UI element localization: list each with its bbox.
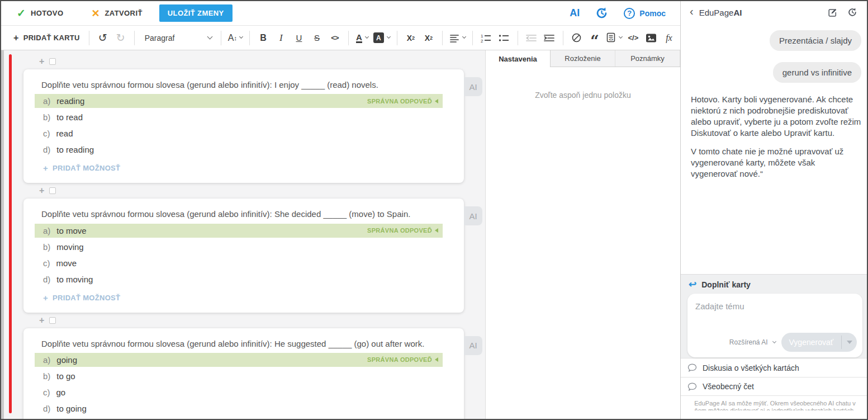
generate-button[interactable]: Vygenerovať xyxy=(781,333,841,352)
question-text[interactable]: Doplňte vetu správnou formou slovesa (ge… xyxy=(41,209,443,220)
save-changes-button[interactable]: ULOŽIŤ ZMENY xyxy=(159,4,233,22)
back-chevron-icon[interactable]: ‹ xyxy=(686,5,697,18)
answer-option[interactable]: d)to moving xyxy=(35,272,443,286)
select-card-checkbox[interactable] xyxy=(49,58,56,65)
topic-controls: Rozšírená AI Vygenerovať xyxy=(729,333,857,352)
selection-indicator-bar xyxy=(9,54,12,413)
tab-poznámky[interactable]: Poznámky xyxy=(615,50,680,67)
general-chat-button[interactable]: Všeobecný čet xyxy=(681,377,868,396)
answer-option[interactable]: c)go xyxy=(35,385,443,399)
done-button[interactable]: ✓ HOTOVO xyxy=(17,7,63,20)
superscript-icon[interactable]: X2 xyxy=(402,29,420,48)
add-option-button[interactable]: +PRIDAŤ MOŽNOSŤ xyxy=(43,293,443,303)
left-scrollbar[interactable] xyxy=(1,50,4,420)
question-card[interactable]: AIDoplňte vetu správnou formou slovesa (… xyxy=(23,199,464,312)
blockquote-icon[interactable]: “ xyxy=(586,32,604,51)
add-card-here-icon[interactable]: + xyxy=(39,317,44,324)
paragraph-style-dropdown[interactable]: Paragraf xyxy=(139,29,216,48)
history-icon[interactable] xyxy=(595,7,608,20)
chat-history-icon[interactable] xyxy=(847,7,857,17)
close-label: ZATVORIŤ xyxy=(105,9,143,17)
correct-answer-label: SPRÁVNA ODPOVEĎ xyxy=(367,227,432,234)
close-button[interactable]: ✕ ZATVORIŤ xyxy=(91,7,142,20)
strikethrough-icon[interactable]: S xyxy=(308,29,326,48)
discuss-all-cards-button[interactable]: Diskusia o všetkých kartách xyxy=(681,358,868,377)
edupage-ai-panel: ‹ EduPageAI » Prezentácia / slajdygerund… xyxy=(680,1,868,420)
answer-option[interactable]: c)read xyxy=(35,126,443,140)
option-text: to go xyxy=(56,371,75,381)
plus-icon: + xyxy=(13,33,19,43)
option-letter: b) xyxy=(43,371,50,381)
question-card[interactable]: AIDoplňte vetu správnou formou slovesa (… xyxy=(23,328,464,420)
generate-split-button[interactable]: Vygenerovať xyxy=(781,333,857,352)
svg-text:1: 1 xyxy=(481,34,483,39)
highlight-color-icon[interactable]: A xyxy=(371,29,392,48)
svg-text:<>: <> xyxy=(609,37,613,41)
correct-answer-badge: SPRÁVNA ODPOVEĎ xyxy=(367,98,438,105)
ai-panel-header: ‹ EduPageAI » xyxy=(681,1,868,23)
italic-icon[interactable]: I xyxy=(272,29,290,48)
font-size-icon[interactable]: A↕ xyxy=(226,29,245,48)
add-card-button[interactable]: + PRIDAŤ KARTU xyxy=(9,33,84,43)
add-option-button[interactable]: +PRIDAŤ MOŽNOSŤ xyxy=(43,163,443,173)
option-text: to move xyxy=(56,226,86,235)
align-icon[interactable] xyxy=(447,29,468,48)
code-block-icon[interactable]: </> xyxy=(624,29,642,48)
question-card[interactable]: AIDoplňte vetu správnou formou slovesa (… xyxy=(23,69,464,183)
question-text[interactable]: Doplňte vetu správnou formou slovesa (ge… xyxy=(41,338,443,350)
answer-option[interactable]: c)move xyxy=(35,256,443,270)
option-letter: c) xyxy=(43,129,50,138)
answer-option[interactable]: b)to go xyxy=(35,369,443,383)
topic-input[interactable]: Zadajte tému Rozšírená AI Vygenerovať xyxy=(687,294,862,357)
answer-option[interactable]: a)goingSPRÁVNA ODPOVEĎ xyxy=(35,353,443,367)
answer-option[interactable]: b)to read xyxy=(35,110,443,124)
link-icon[interactable] xyxy=(568,29,586,48)
settings-empty-text: Zvoľte aspoň jednu položku xyxy=(486,91,680,100)
generate-options-caret[interactable] xyxy=(842,333,857,352)
divider xyxy=(563,31,563,45)
toolbar-right: AI ? Pomoc xyxy=(570,7,680,20)
ai-toggle-button[interactable]: AI xyxy=(570,7,580,19)
option-text: reading xyxy=(56,96,84,106)
question-text[interactable]: Doplňte vetu správnou formou slovesa (ge… xyxy=(41,79,443,91)
outdent-icon[interactable] xyxy=(523,29,540,48)
select-card-checkbox[interactable] xyxy=(49,317,56,324)
undo-icon[interactable]: ↺ xyxy=(94,29,112,48)
user-message-bubble: gerund vs infinitive xyxy=(773,62,861,83)
bold-icon[interactable]: B xyxy=(254,29,272,48)
card-editor-area: +AIDoplňte vetu správnou formou slovesa … xyxy=(1,50,485,420)
answer-option[interactable]: b)moving xyxy=(35,240,443,254)
embed-icon[interactable]: <> xyxy=(604,29,624,48)
answer-option[interactable]: d)to reading xyxy=(35,143,443,157)
subscript-icon[interactable]: X2 xyxy=(420,29,438,48)
correct-answer-badge: SPRÁVNA ODPOVEĎ xyxy=(367,227,438,234)
inline-code-icon[interactable]: <> xyxy=(326,29,344,48)
paragraph-style-value: Paragraf xyxy=(145,34,175,43)
formula-icon[interactable]: fx xyxy=(660,29,678,48)
ordered-list-icon[interactable]: 12 xyxy=(477,29,495,48)
tab-rozloženie[interactable]: Rozloženie xyxy=(551,50,615,67)
underline-icon[interactable]: U xyxy=(290,29,308,48)
new-chat-icon[interactable] xyxy=(828,8,837,17)
option-text: read xyxy=(56,129,73,138)
tab-nastavenia[interactable]: Nastavenia xyxy=(486,50,551,67)
card-ai-tag[interactable]: AI xyxy=(464,77,482,96)
bullet-list-icon[interactable] xyxy=(495,29,513,48)
select-card-checkbox[interactable] xyxy=(49,187,56,194)
option-text: to read xyxy=(56,112,83,122)
card-ai-tag[interactable]: AI xyxy=(464,336,482,355)
answer-option[interactable]: d)to going xyxy=(35,402,443,416)
answer-option[interactable]: a)to moveSPRÁVNA ODPOVEĎ xyxy=(35,224,443,238)
ai-model-dropdown[interactable]: Rozšírená AI xyxy=(729,338,776,346)
image-icon[interactable] xyxy=(642,29,660,48)
done-label: HOTOVO xyxy=(31,9,64,17)
card-ai-tag[interactable]: AI xyxy=(464,206,482,225)
indent-icon[interactable] xyxy=(540,29,558,48)
add-card-here-icon[interactable]: + xyxy=(39,187,44,194)
text-color-icon[interactable]: A xyxy=(353,29,371,48)
add-card-here-icon[interactable]: + xyxy=(39,58,44,65)
help-button[interactable]: ? Pomoc xyxy=(624,8,666,19)
redo-icon[interactable]: ↻ xyxy=(112,29,130,48)
option-letter: a) xyxy=(43,355,50,365)
answer-option[interactable]: a)readingSPRÁVNA ODPOVEĎ xyxy=(35,94,443,108)
